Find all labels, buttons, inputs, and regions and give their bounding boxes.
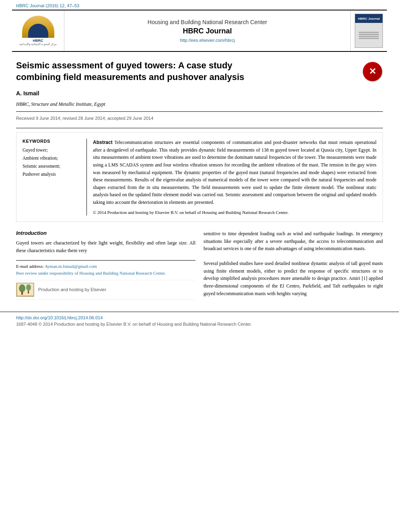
received-dates: Received 9 June 2014; revised 28 June 20… xyxy=(16,116,383,121)
journal-name: HBRC Journal xyxy=(183,27,232,35)
cover-body xyxy=(355,23,383,47)
header-center: Housing and Building National Research C… xyxy=(64,10,351,51)
doi-link[interactable]: http://dx.doi.org/10.1016/j.hbrcj.2014.0… xyxy=(16,315,383,320)
keyword-1: Guyed tower; xyxy=(23,147,82,153)
article-title: Seismic assessment of guyed towers: A ca… xyxy=(16,60,257,83)
right-column: sensitive to time dependent loading such… xyxy=(204,230,383,300)
cover-line-4 xyxy=(359,38,379,39)
abstract-keywords-section: KEYWORDS Guyed tower; Ambient vibration;… xyxy=(16,132,383,222)
keywords-heading: KEYWORDS xyxy=(23,139,82,144)
abstract-text: Abstract Telecommunication structures ar… xyxy=(93,139,376,206)
email-label: E-mail address: xyxy=(16,264,44,269)
arabic-text: مركز البحوث الإنشائية والإبداعية xyxy=(18,43,58,46)
divider-2 xyxy=(16,128,383,128)
svg-point-1 xyxy=(19,284,25,292)
body-two-col: Introduction Guyed towers are characteri… xyxy=(16,230,383,300)
svg-point-3 xyxy=(26,284,31,291)
crossmark-icon: ✕ xyxy=(369,67,376,76)
crossmark-badge[interactable]: ✕ xyxy=(363,62,383,82)
cover-lines-graphic xyxy=(359,31,379,40)
cover-line-1 xyxy=(359,32,379,33)
left-column: Introduction Guyed towers are characteri… xyxy=(16,230,195,300)
cover-top-bar: HBRC Journal xyxy=(355,14,383,23)
email-footnote: E-mail address: Ayman.m.Ismail@gmail.com xyxy=(16,264,195,269)
bottom-bar: http://dx.doi.org/10.1016/j.hbrcj.2014.0… xyxy=(0,312,399,330)
arch-graphic xyxy=(22,16,54,38)
svg-rect-2 xyxy=(21,292,23,295)
divider-1 xyxy=(16,111,383,112)
crossmark-circle: ✕ xyxy=(363,62,382,81)
institution-name: Housing and Building National Research C… xyxy=(148,19,267,25)
emblem: HBRC مركز البحوث الإنشائية والإبداعية xyxy=(18,16,58,46)
right-col-text: sensitive to time dependent loading such… xyxy=(204,230,383,297)
elsevier-logo-icon xyxy=(16,283,34,297)
peer-review-note: Peer review under responsibility of Hous… xyxy=(16,270,195,276)
bottom-copyright: 1687-4048 © 2014 Production and hosting … xyxy=(16,322,383,327)
journal-cover-image: HBRC Journal xyxy=(351,10,387,51)
hbrc-logo: HBRC مركز البحوث الإنشائية والإبداعية xyxy=(12,10,64,51)
journal-url[interactable]: http://ees.elsevier.com/hbrcj xyxy=(180,38,234,43)
email-address[interactable]: Ayman.m.Ismail@gmail.com xyxy=(45,264,97,269)
title-row: Seismic assessment of guyed towers: A ca… xyxy=(16,60,383,90)
keyword-4: Pushover analysis xyxy=(23,171,82,177)
abstract-label: Abstract xyxy=(93,140,113,145)
keyword-3: Seismic assessment; xyxy=(23,163,82,169)
introduction-text: Guyed towers are characterized by their … xyxy=(16,239,195,254)
keywords-column: KEYWORDS Guyed tower; Ambient vibration;… xyxy=(23,139,87,216)
author-name: A. Ismail xyxy=(16,90,383,97)
cover-line-2 xyxy=(359,34,379,35)
footnote-section: E-mail address: Ayman.m.Ismail@gmail.com… xyxy=(16,260,195,299)
svg-rect-4 xyxy=(28,291,29,294)
abstract-column: Abstract Telecommunication structures ar… xyxy=(93,139,376,216)
elsevier-branding: Production and hosting by Elsevier xyxy=(16,280,195,300)
journal-citation: HBRC Journal (2016) 12, 47–53 xyxy=(0,0,399,10)
elsevier-tree-icon xyxy=(17,283,33,296)
article-content: Seismic assessment of guyed towers: A ca… xyxy=(0,52,399,308)
cover-label: HBRC Journal xyxy=(358,17,380,21)
cover-thumbnail: HBRC Journal xyxy=(355,14,383,48)
introduction-heading: Introduction xyxy=(16,230,195,236)
abstract-body: Telecommunication structures are essenti… xyxy=(93,140,376,205)
elsevier-text: Production and hosting by Elsevier xyxy=(38,287,106,292)
arch-inner xyxy=(28,24,48,38)
cover-line-3 xyxy=(359,36,379,37)
keyword-2: Ambient vibration; xyxy=(23,155,82,161)
hbrc-abbrev: HBRC xyxy=(18,39,58,43)
journal-header: HBRC مركز البحوث الإنشائية والإبداعية Ho… xyxy=(12,10,387,52)
abstract-copyright: © 2014 Production and hosting by Elsevie… xyxy=(93,210,376,216)
affiliation: HBRC, Structure and Metallic Institute, … xyxy=(16,101,383,107)
